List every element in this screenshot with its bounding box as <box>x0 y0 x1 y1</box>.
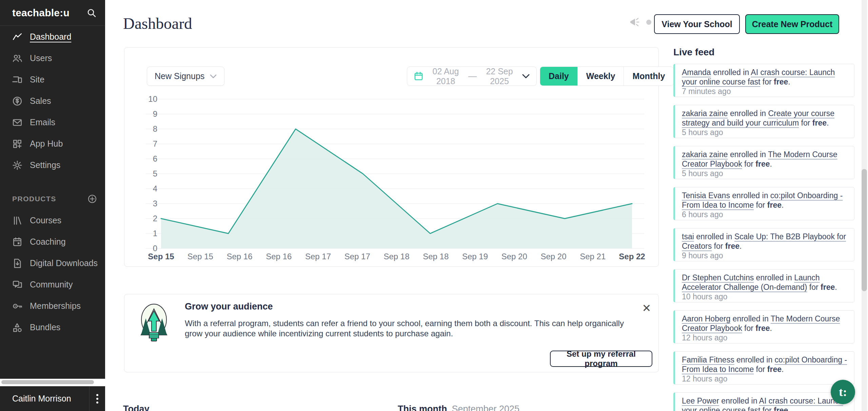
sidebar-item-label: Digital Downloads <box>30 258 98 268</box>
sidebar-item-label: Users <box>30 53 52 63</box>
feed-card: zakaria zaine enrolled in The Modern Cou… <box>673 146 854 179</box>
sidebar-item-label: Memberships <box>30 301 81 311</box>
sidebar-item-app-hub[interactable]: App Hub <box>0 133 105 154</box>
sidebar-item-label: Community <box>30 280 73 289</box>
courses-icon <box>12 216 22 226</box>
sidebar-item-coaching[interactable]: Coaching <box>0 231 105 253</box>
trend-icon <box>12 32 22 42</box>
sidebar-item-settings[interactable]: Settings <box>0 154 105 176</box>
feed-entry-text: Aaron Hoberg enrolled in The Modern Cour… <box>682 314 849 333</box>
feed-timestamp: 9 hours ago <box>682 251 849 260</box>
price-free: free <box>725 242 739 250</box>
student-link[interactable]: Familia Fitness <box>682 355 734 364</box>
chevron-down-icon <box>210 74 217 79</box>
sidebar-item-memberships[interactable]: Memberships <box>0 295 105 317</box>
sidebar-item-label: Sales <box>30 96 51 106</box>
price-free: free <box>812 118 827 127</box>
student-link[interactable]: zakaria zaine <box>682 109 728 118</box>
feed-timestamp: 10 hours ago <box>682 292 849 301</box>
sidebar-item-courses[interactable]: Courses <box>0 210 105 231</box>
settings-icon <box>12 160 22 170</box>
feed-entry-text: Familia Fitness enrolled in co:pilot Onb… <box>682 355 849 374</box>
sidebar-scrollbar-thumb[interactable] <box>1 380 94 384</box>
price-free: free <box>821 283 835 292</box>
date-range-picker[interactable]: 02 Aug 2018 — 22 Sep 2025 <box>407 67 537 86</box>
granularity-monthly-button[interactable]: Monthly <box>624 67 673 86</box>
chat-widget-button[interactable]: t: <box>831 380 855 404</box>
add-product-icon[interactable] <box>87 194 97 204</box>
window-scrollbar-thumb[interactable] <box>862 169 867 291</box>
today-section-label: Today <box>123 404 150 411</box>
feed-entry-text: tsai enrolled in Scale Up: The B2B Playb… <box>682 232 849 251</box>
feed-entry-text: zakaria zaine enrolled in Create your co… <box>682 109 849 128</box>
app-logo: teachable:u <box>12 7 87 19</box>
price-free: free <box>774 77 788 86</box>
student-link[interactable]: Lee Power <box>682 396 719 405</box>
chevron-down-icon <box>522 74 530 79</box>
create-new-product-button[interactable]: Create New Product <box>745 14 839 34</box>
search-icon[interactable] <box>87 8 96 18</box>
coaching-icon <box>12 237 22 247</box>
course-link[interactable]: Scale Up: The B2B Playbook for Creators <box>682 232 846 250</box>
student-link[interactable]: Dr Stephen Cutchins <box>682 273 754 282</box>
granularity-daily-button[interactable]: Daily <box>540 67 577 86</box>
view-your-school-button[interactable]: View Your School <box>654 14 740 34</box>
student-link[interactable]: zakaria zaine <box>682 150 728 159</box>
date-range-end: 22 Sep 2025 <box>482 67 517 86</box>
feed-timestamp: 12 hours ago <box>682 333 849 342</box>
sidebar-footer: Caitlin Morrison <box>0 386 105 411</box>
metric-dropdown-label: New Signups <box>155 71 204 81</box>
x-axis-label: Sep 15 <box>188 252 213 261</box>
sidebar-item-label: App Hub <box>30 139 63 149</box>
close-icon[interactable]: ✕ <box>640 302 653 314</box>
live-feed-title: Live feed <box>673 47 714 58</box>
grow-audience-title: Grow your audience <box>185 301 273 312</box>
feed-entry-text: Lee Power enrolled in AI crash course: L… <box>682 396 849 411</box>
y-axis-label: 5 <box>153 169 157 178</box>
price-free: free <box>774 406 788 411</box>
sidebar-horizontal-scrollbar[interactable] <box>0 379 105 386</box>
announcements-megaphone-icon[interactable] <box>629 17 642 29</box>
sidebar-item-label: Courses <box>30 216 61 225</box>
x-axis-label: Sep 16 <box>226 252 252 261</box>
sidebar-item-label: Dashboard <box>30 32 71 42</box>
student-link[interactable]: Tenisia Evans <box>682 191 730 200</box>
account-menu-kebab-icon[interactable] <box>90 386 105 411</box>
dashboard-page: teachable:u DashboardUsersSiteSalesEmail… <box>0 0 868 411</box>
feed-card: tsai enrolled in Scale Up: The B2B Playb… <box>673 228 854 261</box>
bundles-icon <box>12 322 22 333</box>
feed-timestamp: 6 hours ago <box>682 210 849 219</box>
metric-dropdown[interactable]: New Signups <box>147 67 224 86</box>
price-free: free <box>755 160 770 168</box>
feed-card: Familia Fitness enrolled in co:pilot Onb… <box>673 351 854 385</box>
y-axis-label: 2 <box>153 214 157 223</box>
products-header-label: PRODUCTS <box>12 195 87 203</box>
feed-timestamp: 12 hours ago <box>682 374 849 384</box>
y-axis-label: 7 <box>153 139 157 148</box>
users-icon <box>12 53 22 63</box>
sidebar-item-community[interactable]: Community <box>0 274 105 295</box>
date-range-start: 02 Aug 2018 <box>428 67 463 86</box>
sidebar-products-header: PRODUCTS <box>0 192 105 206</box>
sidebar-nav-products: CoursesCoachingDigital DownloadsCommunit… <box>0 210 105 338</box>
feed-entry-text: Amanda enrolled in AI crash course: Laun… <box>682 68 849 87</box>
granularity-weekly-button[interactable]: Weekly <box>577 67 624 86</box>
sidebar-item-sales[interactable]: Sales <box>0 90 105 112</box>
emails-icon <box>12 117 22 128</box>
setup-referral-button[interactable]: Set up my referral program <box>550 351 652 367</box>
sidebar-item-dashboard[interactable]: Dashboard <box>0 26 105 48</box>
sidebar-item-bundles[interactable]: Bundles <box>0 317 105 338</box>
live-feed-list: Amanda enrolled in AI crash course: Laun… <box>673 64 854 411</box>
y-axis-label: 1 <box>153 229 157 238</box>
sidebar-item-emails[interactable]: Emails <box>0 112 105 133</box>
x-axis-label: Sep 18 <box>383 252 409 261</box>
sidebar-item-site[interactable]: Site <box>0 69 105 90</box>
student-link[interactable]: Amanda <box>682 68 711 77</box>
x-axis-label: Sep 18 <box>423 252 449 261</box>
x-axis-label: Sep 20 <box>501 252 527 261</box>
x-axis-label: Sep 17 <box>344 252 370 261</box>
sidebar-item-digital-downloads[interactable]: Digital Downloads <box>0 253 105 274</box>
sidebar-item-users[interactable]: Users <box>0 48 105 69</box>
student-link[interactable]: tsai <box>682 232 694 241</box>
student-link[interactable]: Aaron Hoberg <box>682 314 730 323</box>
